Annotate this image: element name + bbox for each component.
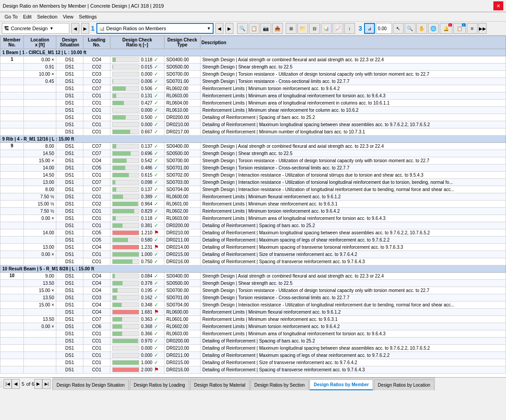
tab-design-ratios-by-design-situation[interactable]: Design Ratios by Design Situation [52,379,128,390]
table-row[interactable]: DS1CO41.681⚑RL0600.00Reinforcement Limit… [0,309,506,316]
table-row[interactable]: DS1CO50.580✓DR0211.00Detailing of Reinfo… [0,237,506,244]
table-row[interactable]: 14.00DS1CO50.486✓SD0701.00Strength Desig… [0,164,506,172]
menu-selection[interactable]: Selection [34,13,60,20]
table-row[interactable]: DS1CO10.131✓RL0603.00Reinforcement Limit… [0,92,506,100]
table-row[interactable]: 109.00DS1CO40.084✓SD0400.00Strength Desi… [0,273,506,280]
export-button[interactable]: 📤 [272,23,283,34]
table-row[interactable]: DS1CO12.000⚑DR0216.00Detailing of Reinfo… [0,366,506,374]
cell-design-sit: DS1 [56,359,83,366]
hscroll[interactable] [0,381,4,387]
cursor-button[interactable]: ↖ [393,23,404,34]
filter2-button[interactable]: ⊿ [364,23,375,34]
table-row[interactable]: 0.00 ×DS1CO60.368✓RL0602.00Reinforcement… [0,323,506,330]
search-button[interactable]: 🔍 [237,23,248,34]
table-row[interactable]: 13.00DS1CO41.231⚑DR0214.00Detailing of R… [0,244,506,251]
tab-design-ratios-by-section[interactable]: Design Ratios by Section [251,379,309,390]
photo-button[interactable]: 📷 [260,23,271,34]
table-row[interactable]: 0.91DS1CO20.015✓SD0500.00Strength Design… [0,64,506,71]
table-row[interactable]: 98.00DS1CO70.137✓SD0400.00Strength Desig… [0,143,506,150]
table-row[interactable]: 8.00DS1CO70.137✓SD0704.00Strength Design… [0,186,506,193]
cell-loading-no: CO5 [83,229,110,237]
table-row[interactable]: 15.00 ½DS1CO20.964✓RL0601.00Reinforcemen… [0,201,506,208]
table-row[interactable]: DS1CO10.667✓DR0217.00Detailing of Reinfo… [0,128,506,136]
cell-location [24,258,56,265]
filter-button[interactable]: 📋 [249,23,260,34]
cell-ratio: 0.000✓ [110,121,164,128]
table-row[interactable]: 0.45DS1CO20.006✓SD0701.00Strength Design… [0,78,506,85]
page-first-button[interactable]: |◀ [4,379,12,389]
tab-design-ratios-by-loading[interactable]: Design Ratios by Loading [130,379,189,390]
table-row[interactable]: DS1CO10.000✓DR0211.00Detailing of Reinfo… [0,352,506,359]
view-next-button[interactable]: ▶ [225,23,233,34]
table-row[interactable]: DS1CO70.506✓RL0602.00Reinforcement Limit… [0,85,506,92]
concrete-design-combo[interactable]: 🏗 Concrete Design ▼ [2,23,69,34]
view-dropdown[interactable]: 📊 Design Ratios on Members ▼ [96,23,214,34]
table-row[interactable]: DS1CO10.000✓DR0210.00Detailing of Reinfo… [0,345,506,352]
zoom-button[interactable]: 🔍 [405,23,415,34]
tab-design-ratios-by-location[interactable]: Design Ratios by Location [374,379,434,390]
table-row[interactable]: 15.00 ×DS1CO40.195✓SD0700.00Strength Des… [0,287,506,294]
table-row[interactable]: 10.00 ×DS1CO40.118✓SD0400.00Strength Des… [0,56,506,64]
cell-loading-no: CO5 [83,164,110,172]
table-row[interactable]: 0.00 ×DS1CO10.118✓RL0603.00Reinforcement… [0,215,506,222]
folder-button[interactable]: 📁 [297,23,308,34]
table-row[interactable]: 13.50DS1CO40.378✓SD0500.00Strength Desig… [0,280,506,287]
cell-loading-no: CO1 [83,100,110,107]
table-row[interactable]: 14.50DS1CO10.615✓SD0702.00Strength Desig… [0,172,506,179]
cell-ratio: 1.000✓ [110,251,164,258]
table-row[interactable]: 7.50 ½DS1CO10.389✓RL0600.00Reinforcement… [0,193,506,201]
tab-design-ratios-by-member[interactable]: Design Ratios by Member [310,379,373,390]
table-row[interactable]: DS1CO10.000✓RL0610.00Reinforcement Limit… [0,107,506,114]
table-row[interactable]: DS1CO10.500✓DR0200.00Detailing of Reinfo… [0,114,506,121]
expand-button[interactable]: ▶▶ [479,23,487,34]
cell-description: Strength Design | Torsion resistance - C… [201,164,506,172]
zero-field[interactable]: 0.00 [376,23,392,34]
cell-design-sit: DS1 [56,121,83,128]
view-prev-button[interactable]: ◀ [215,23,223,34]
page-next-button[interactable]: ▶ [34,379,42,389]
table-row[interactable]: DS1CO10.000✓DR0210.00Detailing of Reinfo… [0,121,506,128]
table-button[interactable]: ⊞ [286,23,296,34]
table-row[interactable]: 13.00DS1CO70.098✓SD0703.00Strength Desig… [0,179,506,186]
menu-settings[interactable]: Settings [76,13,100,20]
table-row[interactable]: 14.00DS1CO51.210⚑DR0210.00Detailing of R… [0,229,506,237]
cell-member-no [0,71,24,78]
close-button[interactable]: × [493,1,503,10]
graph-button[interactable]: 📈 [333,23,343,34]
menu-view[interactable]: View [60,13,76,20]
badge1-button[interactable]: 🔔1 [440,23,452,34]
table-row[interactable]: DS1CO10.427✓RL0604.00Reinforcement Limit… [0,100,506,107]
pan-button[interactable]: ✋ [416,23,427,34]
menu-edit[interactable]: Edit [20,13,34,20]
table-row[interactable]: DS1CO10.381✓DR0200.00Detailing of Reinfo… [0,222,506,229]
chart-button[interactable]: 📊 [321,23,332,34]
table-row[interactable]: 15.00 ×DS1CO40.348✓SD0704.00Strength Des… [0,301,506,309]
table-row[interactable]: DS1CO11.000✓DR0215.00Detailing of Reinfo… [0,359,506,366]
sort-button[interactable]: ↕ [344,23,355,34]
badge2-button[interactable]: 📋2 [453,23,466,34]
next-view-button[interactable]: ▶ [81,23,89,34]
menu-goto[interactable]: Go To [2,13,20,20]
cell-description: Reinforcement Limits | Minimum area of l… [201,92,506,100]
table-row[interactable]: 13.50DS1CO70.363✓RL0601.00Reinforcement … [0,316,506,323]
table-row[interactable]: DS1CO10.366✓RL0603.00Reinforcement Limit… [0,330,506,338]
table-row[interactable]: 0.00 ×DS1CO11.000✓DR0215.00Detailing of … [0,251,506,258]
grid-button[interactable]: ⊟ [309,23,320,34]
table-row[interactable]: 7.50 ½DS1CO10.829✓RL0602.00Reinforcement… [0,208,506,215]
table-row[interactable]: 14.50DS1CO70.696✓SD0500.00Strength Desig… [0,150,506,157]
table-row[interactable]: 13.50DS1CO30.162✓SD0701.00Strength Desig… [0,294,506,301]
tab-design-ratios-by-material[interactable]: Design Ratios by Material [190,379,250,390]
table-row[interactable]: 10.00 ×DS1CO30.000✓SD0700.00Strength Des… [0,71,506,78]
page-last-button[interactable]: ▶| [42,379,50,389]
page-prev-button[interactable]: ◀ [12,379,20,389]
table-row[interactable]: DS1CO10.750✓DR0216.00Detailing of Reinfo… [0,258,506,265]
info-button[interactable]: ≡ [467,23,478,34]
table-row[interactable]: 15.00 ×DS1CO40.542✓SD0700.00Strength Des… [0,157,506,164]
cell-ratio: 0.098✓ [110,179,164,186]
table-row[interactable]: DS1CO10.970✓DR0200.00Detailing of Reinfo… [0,338,506,345]
globe-button[interactable]: 🌐 [428,23,439,34]
title-text: Design Ratio on Members by Member | Conc… [3,3,164,9]
cell-design-sit: DS1 [56,258,83,265]
prev-view-button[interactable]: ◀ [71,23,79,34]
cell-check-type: RL0601.00 [164,201,201,208]
